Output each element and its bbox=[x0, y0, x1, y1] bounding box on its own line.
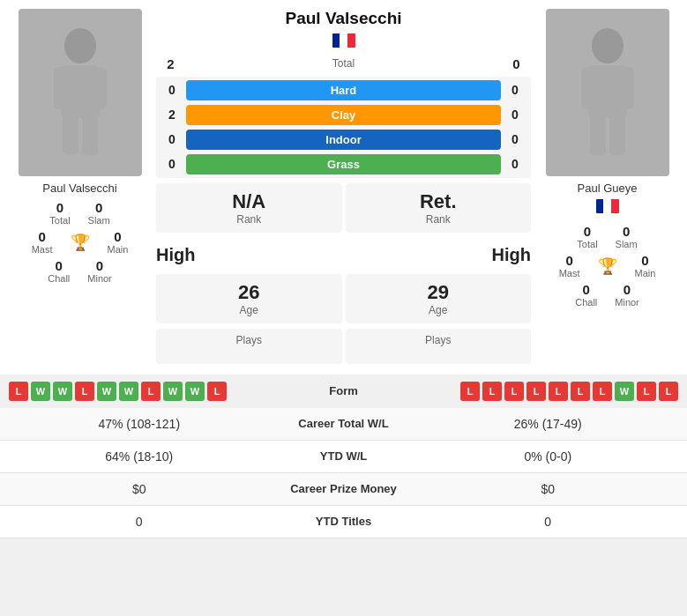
right-player-name: Paul Gueye bbox=[578, 182, 638, 195]
left-form-badge: W bbox=[163, 382, 183, 401]
right-age-box: 29 Age bbox=[346, 274, 532, 323]
stats-table-row: 47% (108-121)Career Total W/L26% (17-49) bbox=[0, 408, 687, 441]
left-player-photo bbox=[19, 9, 142, 176]
stat-left-value: 47% (108-121) bbox=[14, 417, 265, 431]
left-player-stats: 0 Total 0 Slam 0 Mast 🏆 bbox=[7, 200, 153, 287]
left-slam-value: 0 bbox=[95, 200, 102, 215]
left-mast-label: Mast bbox=[32, 244, 53, 255]
right-total-label: Total bbox=[577, 239, 597, 249]
left-plays-label: Plays bbox=[236, 334, 262, 346]
left-flag bbox=[332, 32, 355, 48]
left-age-value: 26 bbox=[238, 281, 259, 304]
clay-left-count: 2 bbox=[163, 108, 181, 122]
right-form-badge: L bbox=[482, 382, 502, 401]
grass-right-count: 0 bbox=[506, 157, 524, 171]
right-total-value: 0 bbox=[584, 224, 591, 239]
stat-right-value: 0% (0-0) bbox=[423, 449, 674, 464]
right-form-badge: L bbox=[460, 382, 480, 401]
stat-center-label: YTD W/L bbox=[265, 449, 423, 463]
stat-right-value: 0 bbox=[423, 515, 674, 529]
stats-table-row: 0YTD Titles0 bbox=[0, 506, 687, 538]
player-comparison-area: Paul Valsecchi 0 Total 0 Slam 0 Mast bbox=[0, 0, 687, 367]
right-trophy-icon: 🏆 bbox=[598, 256, 617, 276]
grass-left-count: 0 bbox=[163, 157, 181, 171]
right-chall-value: 0 bbox=[583, 282, 590, 297]
stats-table-row: $0Career Prize Money$0 bbox=[0, 473, 687, 506]
left-form-badge: L bbox=[141, 382, 161, 401]
left-total-value: 0 bbox=[56, 200, 63, 215]
right-mast-value: 0 bbox=[565, 253, 572, 268]
grass-badge: Grass bbox=[186, 154, 501, 174]
right-player-silhouette bbox=[572, 26, 643, 159]
svg-rect-3 bbox=[91, 67, 107, 109]
right-form-badges: LLLLLLLWLL bbox=[460, 382, 678, 401]
form-row: LWWLWWLWWL Form LLLLLLLWLL bbox=[9, 382, 678, 401]
left-form-badge: L bbox=[207, 382, 227, 401]
stat-center-label: Career Total W/L bbox=[265, 417, 423, 430]
center-right-rank-box: Ret. Rank bbox=[346, 183, 532, 233]
stat-center-label: YTD Titles bbox=[265, 515, 423, 528]
left-main-label: Main bbox=[108, 244, 129, 255]
stat-right-value: 26% (17-49) bbox=[423, 417, 674, 431]
right-form-badge: L bbox=[504, 382, 524, 401]
svg-rect-4 bbox=[63, 115, 78, 155]
right-minor-value: 0 bbox=[624, 282, 631, 297]
surface-row-clay: 2 Clay 0 bbox=[163, 105, 524, 125]
right-form-badge: L bbox=[659, 382, 678, 401]
right-flag bbox=[596, 197, 619, 213]
left-minor-label: Minor bbox=[87, 273, 112, 284]
right-player-stats: 0 Total 0 Slam 0 Mast 🏆 bbox=[534, 219, 680, 311]
left-form-badge: W bbox=[97, 382, 116, 401]
stats-table: 47% (108-121)Career Total W/L26% (17-49)… bbox=[0, 408, 687, 538]
right-player-column: Paul Gueye 0 Total 0 Slam bbox=[534, 9, 680, 311]
clay-badge: Clay bbox=[186, 105, 501, 125]
svg-rect-9 bbox=[618, 67, 634, 109]
left-main-value: 0 bbox=[114, 229, 121, 244]
right-plays-box: Plays bbox=[346, 329, 532, 364]
center-rank-box: N/A Rank bbox=[156, 183, 342, 233]
hard-right-count: 0 bbox=[506, 83, 524, 97]
right-chall-label: Chall bbox=[575, 297, 597, 308]
left-player-silhouette bbox=[45, 26, 116, 159]
svg-rect-10 bbox=[590, 115, 606, 155]
right-main-value: 0 bbox=[641, 253, 648, 268]
right-slam-label: Slam bbox=[616, 239, 638, 249]
indoor-left-count: 0 bbox=[163, 132, 181, 146]
stat-left-value: 64% (18-10) bbox=[14, 449, 265, 464]
left-rank-label: Rank bbox=[236, 213, 261, 226]
right-age-value: 29 bbox=[428, 281, 449, 304]
right-main-label: Main bbox=[635, 268, 656, 278]
right-rank-label: Rank bbox=[426, 213, 451, 226]
left-age-box: 26 Age bbox=[156, 274, 342, 323]
left-form-badge: W bbox=[185, 382, 205, 401]
surface-stats: 0 Hard 0 2 Clay 0 0 Indoor 0 bbox=[156, 77, 531, 178]
right-mast-label: Mast bbox=[559, 268, 580, 278]
surface-row-hard: 0 Hard 0 bbox=[163, 80, 524, 100]
right-slam-value: 0 bbox=[623, 224, 630, 239]
left-high-label: High bbox=[156, 240, 195, 267]
left-mast-value: 0 bbox=[38, 229, 45, 244]
right-form-badge: L bbox=[571, 382, 590, 401]
surface-row-grass: 0 Grass 0 bbox=[163, 154, 524, 174]
center-total-label: Total bbox=[182, 57, 505, 70]
center-column: Paul Valsecchi 2 Total 0 bbox=[156, 9, 531, 364]
right-form-badge: L bbox=[549, 382, 568, 401]
left-form-badges: LWWLWWLWWL bbox=[9, 382, 227, 401]
left-form-badge: W bbox=[31, 382, 50, 401]
left-chall-label: Chall bbox=[48, 273, 70, 284]
right-form-badge: W bbox=[615, 382, 634, 401]
right-form-badge: L bbox=[593, 382, 612, 401]
right-plays-label: Plays bbox=[425, 334, 451, 346]
left-slam-label: Slam bbox=[88, 215, 110, 226]
left-form-badge: L bbox=[75, 382, 94, 401]
left-player-name-center: Paul Valsecchi bbox=[285, 9, 401, 29]
svg-rect-8 bbox=[581, 67, 597, 109]
stat-right-value: $0 bbox=[423, 482, 674, 496]
clay-right-count: 0 bbox=[506, 108, 524, 122]
left-age-label: Age bbox=[240, 304, 258, 316]
hard-left-count: 0 bbox=[163, 83, 181, 97]
left-trophy-icon: 🏆 bbox=[71, 233, 90, 252]
center-right-total: 0 bbox=[505, 56, 527, 71]
svg-point-6 bbox=[592, 28, 624, 63]
svg-rect-2 bbox=[54, 67, 70, 109]
